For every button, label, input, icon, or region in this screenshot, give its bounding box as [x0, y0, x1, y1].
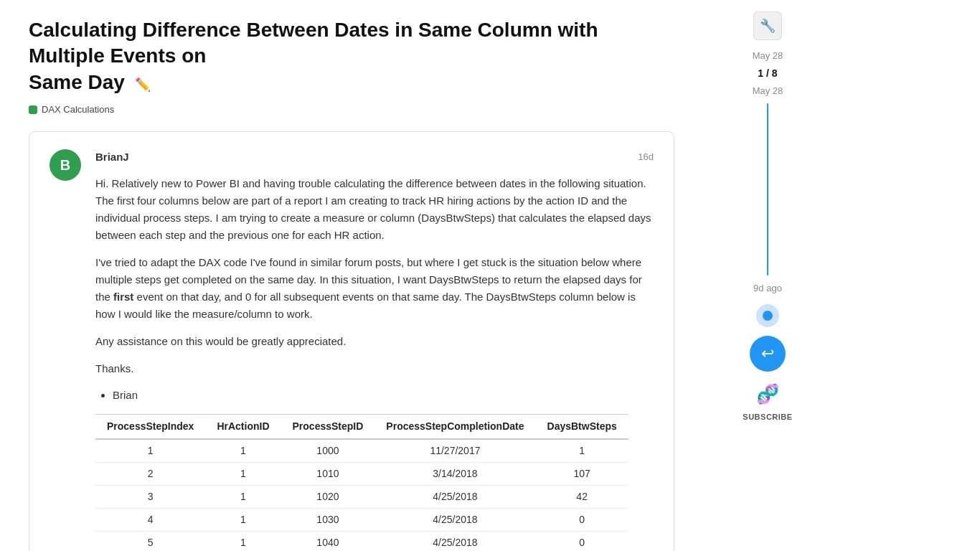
subscribe-label: SUBSCRIBE	[743, 411, 792, 423]
bullet-list: Brian	[113, 387, 654, 404]
edit-icon[interactable]: ✏️	[135, 77, 151, 92]
col-header-3: ProcessStepCompletionDate	[374, 414, 535, 439]
cell-1-4: 107	[536, 462, 628, 485]
cell-3-3: 4/25/2018	[374, 508, 535, 531]
col-header-2: ProcessStepID	[281, 414, 375, 439]
cell-1-1: 1	[205, 462, 281, 485]
bullet-item-0: Brian	[113, 387, 654, 404]
col-header-1: HrActionID	[205, 414, 281, 439]
post-paragraph-4: Thanks.	[95, 360, 654, 377]
title-line2: Same Day	[29, 71, 125, 93]
cell-0-0: 1	[95, 439, 205, 463]
table-row: 3110204/25/201842	[95, 485, 628, 508]
post-paragraph-2: I've tried to adapt the DAX code I've fo…	[95, 254, 654, 323]
cell-2-1: 1	[205, 485, 281, 508]
table-row: 4110304/25/20180	[95, 508, 628, 531]
cell-4-0: 5	[95, 531, 205, 551]
sidebar-indicator[interactable]	[756, 304, 779, 327]
post-author: BrianJ	[95, 149, 129, 166]
avatar: B	[50, 149, 81, 181]
cell-4-1: 1	[205, 531, 281, 551]
subscribe-button[interactable]: 🧬 SUBSCRIBE	[743, 380, 792, 423]
page-title: Calculating Difference Between Dates in …	[29, 17, 674, 95]
post-header: BrianJ 16d	[95, 149, 654, 166]
category-dot	[29, 105, 37, 114]
category-label: DAX Calculations	[42, 103, 114, 117]
cell-0-1: 1	[205, 439, 281, 463]
sidebar-pagination: 1 / 8	[758, 66, 777, 81]
cell-4-4: 0	[536, 531, 628, 551]
table-body: 11100011/27/201712110103/14/201810731102…	[95, 439, 628, 551]
cell-0-4: 1	[536, 439, 628, 463]
data-table: ProcessStepIndex HrActionID ProcessStepI…	[95, 414, 628, 551]
cell-2-2: 1020	[281, 485, 375, 508]
table-header-row: ProcessStepIndex HrActionID ProcessStepI…	[95, 414, 628, 439]
cell-2-0: 3	[95, 485, 205, 508]
col-header-0: ProcessStepIndex	[95, 414, 205, 439]
title-line1: Calculating Difference Between Dates in …	[29, 19, 598, 67]
cell-3-4: 0	[536, 508, 628, 531]
cell-4-2: 1040	[281, 531, 375, 551]
reply-icon: ↩	[761, 342, 774, 365]
cell-1-3: 3/14/2018	[374, 462, 535, 485]
sidebar-date-pagination: May 28	[753, 84, 783, 98]
sidebar-divider	[767, 103, 768, 276]
post-card: B BrianJ 16d Hi. Relatively new to Power…	[29, 131, 674, 551]
cell-3-1: 1	[205, 508, 281, 531]
table-row: 2110103/14/2018107	[95, 462, 628, 485]
cell-3-2: 1030	[281, 508, 375, 531]
cell-1-2: 1010	[281, 462, 375, 485]
right-sidebar: 🔧 May 28 1 / 8 May 28 9d ago ↩ 🧬 SUBSCRI…	[703, 0, 832, 551]
cell-1-0: 2	[95, 462, 205, 485]
wrench-icon: 🔧	[760, 17, 776, 36]
category-tag: DAX Calculations	[29, 103, 114, 117]
dna-icon: 🧬	[756, 380, 779, 408]
table-row: 5110404/25/20180	[95, 531, 628, 551]
sidebar-thread: May 28 1 / 8 May 28 9d ago	[753, 49, 783, 296]
sidebar-date-bottom: 9d ago	[753, 281, 782, 296]
cell-4-3: 4/25/2018	[374, 531, 535, 551]
col-header-4: DaysBtwSteps	[536, 414, 628, 439]
table-head: ProcessStepIndex HrActionID ProcessStepI…	[95, 414, 628, 439]
cell-2-4: 42	[536, 485, 628, 508]
post-time: 16d	[638, 150, 654, 164]
post-paragraph-3: Any assistance on this would be greatly …	[95, 333, 654, 350]
post-body: BrianJ 16d Hi. Relatively new to Power B…	[95, 149, 654, 551]
post-paragraph-1: Hi. Relatively new to Power BI and havin…	[95, 175, 654, 244]
cell-0-3: 11/27/2017	[374, 439, 535, 463]
indicator-dot	[763, 311, 773, 321]
main-content: Calculating Difference Between Dates in …	[0, 0, 703, 551]
table-row: 11100011/27/20171	[95, 439, 628, 463]
reply-button[interactable]: ↩	[750, 336, 786, 372]
page-layout: Calculating Difference Between Dates in …	[0, 0, 980, 551]
cell-3-0: 4	[95, 508, 205, 531]
sidebar-date-top: May 28	[753, 49, 783, 63]
cell-0-2: 1000	[281, 439, 375, 463]
avatar-letter: B	[60, 154, 70, 176]
tool-button[interactable]: 🔧	[753, 11, 782, 40]
cell-2-3: 4/25/2018	[374, 485, 535, 508]
